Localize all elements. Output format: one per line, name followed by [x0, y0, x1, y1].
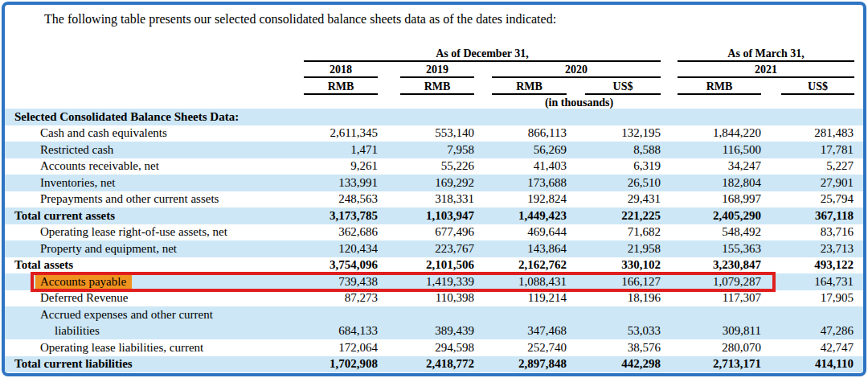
- currency-label: US$: [781, 80, 854, 95]
- cell-value: 3,230,847: [661, 257, 761, 274]
- row-label: Property and equipment, net: [40, 242, 177, 255]
- cell-value: [661, 306, 761, 323]
- cell-value: 2,405,290: [661, 207, 761, 224]
- currency-label: RMB: [400, 80, 474, 95]
- cell-value: 3,754,096: [304, 257, 378, 274]
- table-row: Accrued expenses and other current: [5, 306, 863, 323]
- cell-value: 172,064: [304, 339, 378, 356]
- row-label: liabilities: [55, 324, 100, 337]
- units-note: (in thousands): [304, 97, 854, 109]
- cell-value: [474, 109, 567, 125]
- row-label: Operating lease right-of-use assets, net: [40, 225, 227, 238]
- row-label-cell: Restricted cash: [5, 142, 304, 158]
- cell-value: 1,088,431: [474, 273, 567, 290]
- row-label: Restricted cash: [40, 143, 113, 156]
- cell-value: 252,740: [474, 339, 567, 356]
- table-row: Inventories, net133,991169,292173,68826,…: [5, 175, 863, 191]
- table-row: Property and equipment, net120,434223,76…: [5, 240, 863, 257]
- cell-value: [567, 306, 661, 323]
- cell-value: 173,688: [474, 175, 567, 191]
- cell-value: 248,563: [304, 191, 378, 208]
- table-row: Total current liabilities1,702,9082,418,…: [5, 356, 863, 373]
- cell-value: [304, 306, 378, 323]
- cell-value: 2,418,772: [378, 356, 474, 373]
- cell-value: [761, 109, 863, 125]
- cell-value: 21,958: [567, 240, 661, 257]
- row-label: Cash and cash equivalents: [40, 126, 167, 139]
- cell-value: 2,611,345: [304, 125, 378, 142]
- cell-value: 23,713: [761, 240, 863, 257]
- cell-value: 29,431: [567, 191, 661, 208]
- cell-value: 18,196: [567, 290, 661, 307]
- col-group-december: As of December 31,: [304, 47, 661, 62]
- cell-value: [378, 306, 474, 323]
- cell-value: 87,273: [304, 290, 378, 307]
- cell-value: 42,747: [761, 339, 863, 356]
- cell-value: 116,500: [661, 142, 761, 158]
- cell-value: 166,127: [567, 273, 661, 290]
- currency-label: US$: [585, 80, 661, 95]
- cell-value: 25,794: [761, 191, 863, 208]
- row-label-cell: Deferred Revenue: [5, 290, 304, 307]
- year-2020: 2020: [492, 64, 661, 78]
- row-label: Accounts receivable, net: [40, 159, 159, 172]
- cell-value: 2,101,506: [378, 257, 474, 274]
- header-row-years: 2018 2019 2020 2021: [5, 62, 863, 78]
- table-row: Accounts receivable, net9,26155,22641,40…: [5, 158, 863, 175]
- row-label-cell: Total current assets: [5, 207, 304, 224]
- row-label: Selected Consolidated Balance Sheets Dat…: [14, 110, 239, 123]
- cell-value: 34,247: [661, 158, 761, 175]
- cell-value: [304, 109, 378, 125]
- cell-value: 281,483: [761, 125, 863, 142]
- table-body: Selected Consolidated Balance Sheets Dat…: [5, 109, 863, 372]
- cell-value: 38,576: [567, 339, 661, 356]
- cell-value: 7,958: [378, 142, 474, 158]
- cell-value: 55,226: [378, 158, 474, 175]
- cell-value: 1,471: [304, 142, 378, 158]
- cell-value: 192,824: [474, 191, 567, 208]
- cell-value: 739,438: [304, 273, 378, 290]
- cell-value: 41,403: [474, 158, 567, 175]
- cell-value: 26,510: [567, 175, 661, 191]
- cell-value: [474, 306, 567, 323]
- table-row: Selected Consolidated Balance Sheets Dat…: [5, 109, 863, 125]
- cell-value: 318,331: [378, 191, 474, 208]
- header-spacer: [5, 44, 304, 62]
- cell-value: 1,419,339: [378, 273, 474, 290]
- cell-value: 9,261: [304, 158, 378, 175]
- table-row: Operating lease liabilities, current172,…: [5, 339, 863, 356]
- table-row: Prepayments and other current assets248,…: [5, 191, 863, 208]
- cell-value: 280,070: [661, 339, 761, 356]
- year-2019: 2019: [400, 64, 474, 78]
- cell-value: 132,195: [567, 125, 661, 142]
- cell-value: 27,901: [761, 175, 863, 191]
- cell-value: 548,492: [661, 224, 761, 241]
- cell-value: [761, 306, 863, 323]
- cell-value: 469,644: [474, 224, 567, 241]
- cell-value: 1,702,908: [304, 356, 378, 373]
- table-row: Accounts payable739,4381,419,3391,088,43…: [5, 273, 863, 290]
- table-row: Restricted cash1,4717,95856,2698,588116,…: [5, 142, 863, 158]
- year-2021: 2021: [678, 64, 854, 78]
- balance-sheet-table: As of December 31, As of March 31, 2018 …: [5, 44, 863, 372]
- header-row-units: (in thousands): [5, 95, 863, 109]
- cell-value: 2,897,848: [474, 356, 567, 373]
- row-label: Operating lease liabilities, current: [40, 341, 203, 354]
- cell-value: 362,686: [304, 224, 378, 241]
- cell-value: 6,319: [567, 158, 661, 175]
- cell-value: 1,103,947: [378, 207, 474, 224]
- cell-value: 223,767: [378, 240, 474, 257]
- cell-value: 169,292: [378, 175, 474, 191]
- cell-value: 8,588: [567, 142, 661, 158]
- row-label: Total current liabilities: [14, 357, 133, 370]
- cell-value: 120,434: [304, 240, 378, 257]
- cell-value: 2,713,171: [661, 356, 761, 373]
- row-label: Deferred Revenue: [40, 291, 129, 304]
- cell-value: 71,682: [567, 224, 661, 241]
- cell-value: 294,598: [378, 339, 474, 356]
- intro-text: The following table presents our selecte…: [44, 11, 847, 27]
- cell-value: 1,449,423: [474, 207, 567, 224]
- cell-value: 168,997: [661, 191, 761, 208]
- cell-value: 684,133: [304, 323, 378, 340]
- cell-value: 367,118: [761, 207, 863, 224]
